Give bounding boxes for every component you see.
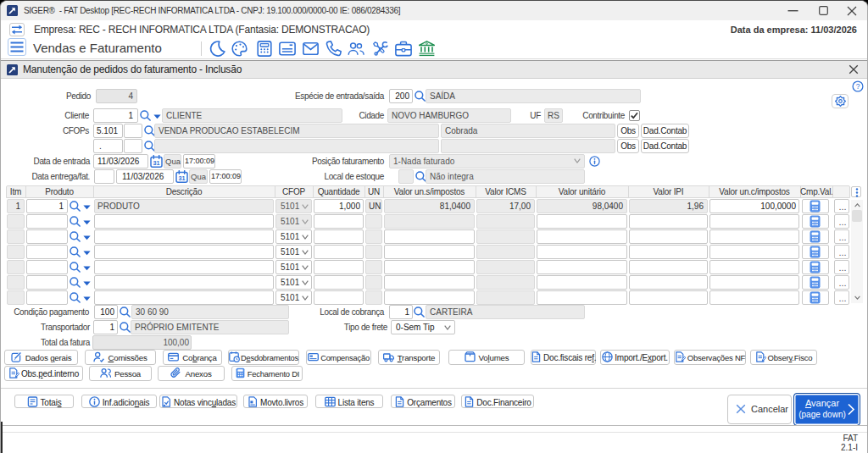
- svg-text:31: 31: [179, 174, 186, 182]
- svg-text:?: ?: [856, 82, 860, 91]
- svg-text:31: 31: [153, 159, 160, 167]
